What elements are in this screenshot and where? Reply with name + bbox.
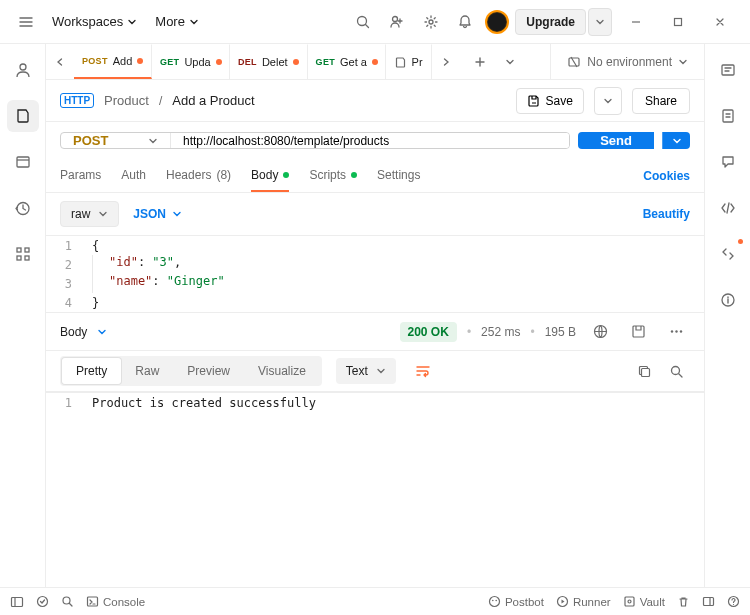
response-header: Body 200 OK • 252 ms • 195 B bbox=[46, 312, 704, 350]
sb-trash-icon[interactable] bbox=[677, 595, 690, 608]
url-input[interactable] bbox=[171, 133, 569, 148]
sb-runner[interactable]: Runner bbox=[556, 595, 611, 608]
tab-settings[interactable]: Settings bbox=[377, 159, 420, 192]
beautify-link[interactable]: Beautify bbox=[643, 207, 690, 221]
svg-rect-8 bbox=[25, 248, 29, 252]
notifications-icon[interactable] bbox=[451, 8, 479, 36]
tab-options[interactable] bbox=[496, 48, 524, 76]
info-icon[interactable] bbox=[712, 284, 744, 316]
upgrade-dropdown[interactable] bbox=[588, 8, 612, 36]
copy-response-icon[interactable] bbox=[630, 357, 658, 385]
tab-label: Upda bbox=[184, 56, 210, 68]
view-raw[interactable]: Raw bbox=[121, 358, 173, 384]
svg-rect-25 bbox=[88, 597, 98, 606]
save-label: Save bbox=[546, 94, 573, 108]
svg-point-26 bbox=[489, 597, 499, 607]
sb-postbot[interactable]: Postbot bbox=[488, 595, 544, 608]
cookies-link[interactable]: Cookies bbox=[643, 169, 690, 183]
profile-icon[interactable] bbox=[7, 54, 39, 86]
body-type-selector[interactable]: raw bbox=[60, 201, 119, 227]
invite-icon[interactable] bbox=[383, 8, 411, 36]
sb-sync-icon[interactable] bbox=[36, 595, 49, 608]
history-icon[interactable] bbox=[7, 192, 39, 224]
tab-delete[interactable]: DEL Delet bbox=[230, 44, 308, 79]
breadcrumb-parent[interactable]: Product bbox=[104, 93, 149, 108]
tabs-bar: POST Add GET Upda DEL Delet GET Get a bbox=[46, 44, 704, 80]
svg-rect-32 bbox=[704, 598, 714, 606]
view-pretty[interactable]: Pretty bbox=[62, 358, 121, 384]
upgrade-button[interactable]: Upgrade bbox=[515, 9, 586, 35]
tab-method: DEL bbox=[238, 57, 257, 67]
method-selector[interactable]: POST bbox=[61, 133, 171, 148]
save-button[interactable]: Save bbox=[516, 88, 584, 114]
env-label: No environment bbox=[587, 55, 672, 69]
postbot-icon bbox=[488, 595, 501, 608]
right-sidebar bbox=[704, 44, 750, 587]
save-response-icon[interactable] bbox=[624, 318, 652, 346]
tabs-scroll-left[interactable] bbox=[46, 44, 74, 79]
related-icon[interactable] bbox=[712, 238, 744, 270]
window-close[interactable] bbox=[702, 8, 738, 36]
svg-rect-3 bbox=[675, 18, 682, 25]
settings-icon[interactable] bbox=[417, 8, 445, 36]
send-button[interactable]: Send bbox=[578, 132, 654, 149]
view-visualize[interactable]: Visualize bbox=[244, 358, 320, 384]
dirty-indicator bbox=[137, 58, 143, 64]
svg-rect-20 bbox=[723, 110, 733, 122]
chevron-down-icon[interactable] bbox=[97, 327, 107, 337]
tabs-scroll-right[interactable] bbox=[432, 44, 460, 79]
documentation-icon[interactable] bbox=[712, 100, 744, 132]
status-badge: 200 OK bbox=[400, 322, 457, 342]
sb-vault[interactable]: Vault bbox=[623, 595, 665, 608]
tab-scripts[interactable]: Scripts bbox=[309, 159, 357, 192]
sb-find-icon[interactable] bbox=[61, 595, 74, 608]
send-dropdown[interactable] bbox=[662, 132, 690, 149]
search-icon[interactable] bbox=[349, 8, 377, 36]
tab-params[interactable]: Params bbox=[60, 159, 101, 192]
sb-help-icon[interactable] bbox=[727, 595, 740, 608]
new-tab-button[interactable] bbox=[466, 48, 494, 76]
tab-body[interactable]: Body bbox=[251, 159, 289, 192]
view-preview[interactable]: Preview bbox=[173, 358, 244, 384]
request-body-editor[interactable]: 1{ 2"id": "3", 3"name": "Ginger" 4} bbox=[46, 235, 704, 312]
environments-icon[interactable] bbox=[7, 146, 39, 178]
response-tab-label[interactable]: Body bbox=[60, 325, 87, 339]
wrap-lines-icon[interactable] bbox=[408, 356, 438, 386]
share-button[interactable]: Share bbox=[632, 88, 690, 114]
window-minimize[interactable] bbox=[618, 8, 654, 36]
chevron-down-icon bbox=[376, 366, 386, 376]
network-icon[interactable] bbox=[586, 318, 614, 346]
tab-get-all[interactable]: GET Get a bbox=[308, 44, 386, 79]
apps-icon[interactable] bbox=[7, 238, 39, 270]
tab-headers[interactable]: Headers (8) bbox=[166, 159, 231, 192]
save-dropdown[interactable] bbox=[594, 87, 622, 115]
tab-collection[interactable]: Pr bbox=[386, 44, 432, 79]
search-response-icon[interactable] bbox=[662, 357, 690, 385]
workspaces-menu[interactable]: Workspaces bbox=[46, 10, 143, 33]
tab-add-product[interactable]: POST Add bbox=[74, 44, 152, 79]
environment-selector[interactable]: No environment bbox=[561, 51, 694, 73]
collections-icon[interactable] bbox=[7, 100, 39, 132]
chevron-down-icon bbox=[148, 136, 158, 146]
more-actions-icon[interactable] bbox=[662, 318, 690, 346]
method-label: POST bbox=[73, 133, 108, 148]
body-format-selector[interactable]: JSON bbox=[133, 207, 182, 221]
response-body-viewer[interactable]: 1Product is created successfully bbox=[46, 392, 704, 587]
scripts-label: Scripts bbox=[309, 168, 346, 182]
sb-layout-icon[interactable] bbox=[702, 595, 715, 608]
sb-console[interactable]: Console bbox=[86, 595, 145, 608]
more-menu[interactable]: More bbox=[149, 10, 205, 33]
hamburger-icon[interactable] bbox=[12, 8, 40, 36]
avatar[interactable] bbox=[485, 10, 509, 34]
tab-update[interactable]: GET Upda bbox=[152, 44, 230, 79]
response-type-selector[interactable]: Text bbox=[336, 358, 396, 384]
window-maximize[interactable] bbox=[660, 8, 696, 36]
comments-icon[interactable] bbox=[712, 146, 744, 178]
tab-auth[interactable]: Auth bbox=[121, 159, 146, 192]
sb-panel-icon[interactable] bbox=[10, 595, 24, 609]
env-quicklook-icon[interactable] bbox=[712, 54, 744, 86]
response-time: 252 ms bbox=[481, 325, 520, 339]
code-icon[interactable] bbox=[712, 192, 744, 224]
tab-label: Get a bbox=[340, 56, 367, 68]
svg-point-16 bbox=[679, 330, 681, 332]
